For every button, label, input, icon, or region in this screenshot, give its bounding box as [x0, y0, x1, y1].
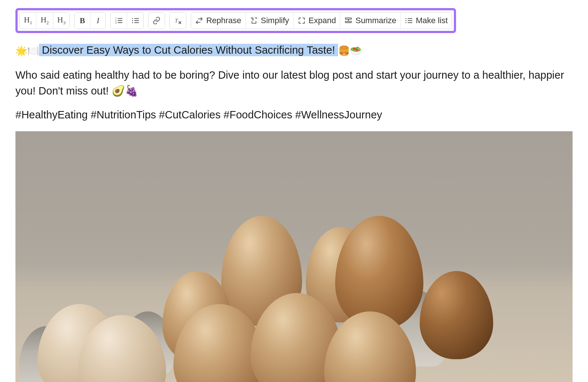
svg-text:3: 3	[115, 22, 117, 24]
rephrase-icon	[195, 17, 203, 25]
editor-content[interactable]: 🌟🍽️ Discover Easy Ways to Cut Calories W…	[15, 43, 573, 382]
svg-point-8	[132, 22, 133, 23]
expand-button[interactable]: Expand	[293, 13, 340, 29]
list-group: 1 2 3	[110, 12, 144, 29]
svg-point-6	[132, 18, 133, 19]
svg-point-21	[406, 20, 407, 21]
title-suffix-emojis: 🍔🥗	[338, 45, 362, 56]
h2-label: H2	[40, 15, 49, 26]
post-body-text: Who said eating healthy had to be boring…	[15, 67, 573, 99]
title-prefix-emojis: 🌟🍽️	[15, 45, 39, 56]
h3-button[interactable]: H3	[53, 13, 69, 29]
link-icon	[153, 17, 161, 25]
make-list-label: Make list	[416, 16, 448, 25]
expand-label: Expand	[309, 16, 336, 25]
h2-button[interactable]: H2	[36, 13, 53, 29]
unordered-list-button[interactable]	[127, 13, 143, 29]
bold-button[interactable]: B	[75, 13, 90, 29]
h1-button[interactable]: H1	[20, 13, 36, 29]
highlighted-title-text[interactable]: Discover Easy Ways to Cut Calories Witho…	[39, 44, 338, 56]
svg-text:T: T	[175, 18, 179, 24]
svg-point-22	[406, 22, 407, 23]
expand-icon	[298, 17, 306, 25]
simplify-label: Simplify	[261, 16, 289, 25]
link-button[interactable]	[148, 13, 165, 29]
rephrase-label: Rephrase	[206, 16, 241, 25]
italic-icon: I	[97, 16, 99, 25]
simplify-icon	[250, 17, 258, 25]
summarize-icon	[344, 17, 352, 25]
ai-actions-group: Rephrase Simplify Expand Summ	[191, 12, 452, 29]
post-title-line: 🌟🍽️ Discover Easy Ways to Cut Calories W…	[15, 43, 573, 58]
summarize-button[interactable]: Summarize	[340, 13, 400, 29]
ordered-list-icon: 1 2 3	[115, 17, 123, 25]
make-list-icon	[405, 17, 413, 25]
h1-label: H1	[24, 15, 32, 26]
text-style-group: B I	[74, 12, 106, 29]
rephrase-button[interactable]: Rephrase	[191, 13, 245, 29]
simplify-button[interactable]: Simplify	[245, 13, 293, 29]
bold-icon: B	[80, 16, 85, 25]
clear-formatting-icon: T	[174, 17, 182, 25]
link-group	[148, 12, 165, 29]
heading-group: H1 H2 H3	[19, 12, 70, 29]
editor-toolbar: H1 H2 H3 B I 1 2 3	[15, 8, 456, 33]
post-hashtags: #HealthyEating #NutritionTips #CutCalori…	[15, 109, 573, 121]
make-list-button[interactable]: Make list	[400, 13, 452, 29]
svg-point-20	[406, 18, 407, 19]
italic-button[interactable]: I	[90, 13, 105, 29]
clear-format-group: T	[169, 12, 186, 29]
ordered-list-button[interactable]: 1 2 3	[111, 13, 127, 29]
svg-point-7	[132, 20, 133, 21]
unordered-list-icon	[131, 17, 139, 25]
post-image	[15, 131, 573, 382]
clear-formatting-button[interactable]: T	[170, 13, 186, 29]
h3-label: H3	[57, 15, 65, 26]
summarize-label: Summarize	[355, 16, 396, 25]
